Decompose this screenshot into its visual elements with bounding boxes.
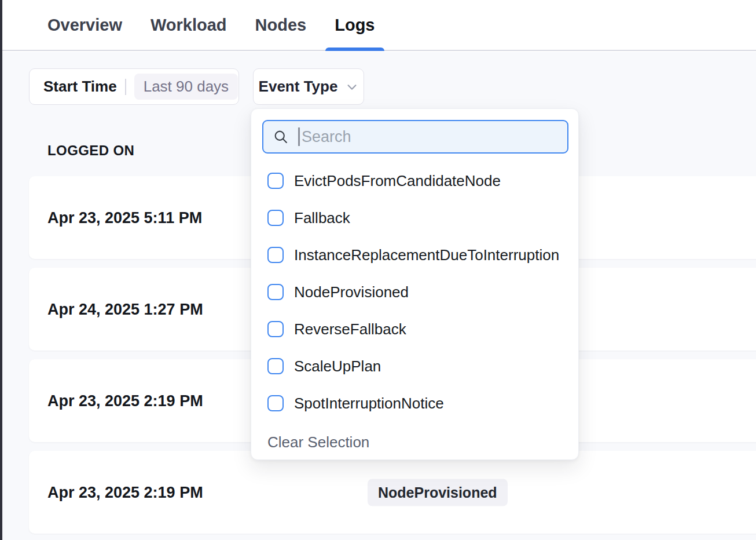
app-root: Overview Workload Nodes Logs Start Time … bbox=[0, 0, 756, 540]
window-left-edge bbox=[0, 0, 2, 540]
option-fallback[interactable]: Fallback bbox=[267, 199, 567, 236]
start-time-filter-button[interactable]: Start Time Last 90 days bbox=[29, 68, 239, 105]
tab-overview-label: Overview bbox=[47, 16, 122, 35]
event-type-option-list: EvictPodsFromCandidateNode Fallback Inst… bbox=[262, 162, 567, 422]
start-time-filter-label: Start Time bbox=[43, 78, 117, 96]
tab-overview[interactable]: Overview bbox=[38, 0, 131, 50]
option-nodeprovisioned[interactable]: NodeProvisioned bbox=[267, 273, 567, 311]
option-reversefallback[interactable]: ReverseFallback bbox=[267, 311, 567, 348]
logged-on-value: Apr 23, 2025 2:19 PM bbox=[47, 483, 203, 501]
logged-on-value: Apr 24, 2025 1:27 PM bbox=[47, 300, 203, 318]
filter-bar: Start Time Last 90 days Event Type bbox=[29, 68, 364, 105]
event-type-filter-label: Event Type bbox=[259, 78, 338, 96]
tab-workload-label: Workload bbox=[151, 16, 227, 35]
tab-nodes-label: Nodes bbox=[255, 16, 307, 35]
option-label: Fallback bbox=[294, 209, 350, 227]
checkbox-icon[interactable] bbox=[267, 173, 284, 189]
log-row: Apr 23, 2025 2:19 PM NodeProvisioned bbox=[29, 451, 756, 534]
option-label: SpotInterruptionNotice bbox=[294, 395, 444, 413]
option-label: ScaleUpPlan bbox=[294, 357, 381, 375]
logged-on-value: Apr 23, 2025 5:11 PM bbox=[47, 209, 202, 227]
option-label: NodeProvisioned bbox=[294, 283, 409, 301]
filter-divider bbox=[125, 79, 126, 95]
search-icon bbox=[273, 129, 289, 145]
checkbox-icon[interactable] bbox=[267, 210, 284, 226]
checkbox-icon[interactable] bbox=[267, 358, 284, 374]
checkbox-icon[interactable] bbox=[267, 284, 284, 300]
option-scaleupplan[interactable]: ScaleUpPlan bbox=[267, 348, 567, 385]
start-time-filter-value: Last 90 days bbox=[134, 74, 238, 100]
tab-logs-label: Logs bbox=[335, 16, 375, 35]
checkbox-icon[interactable] bbox=[267, 247, 284, 263]
top-tab-bar: Overview Workload Nodes Logs bbox=[2, 0, 756, 51]
tab-workload[interactable]: Workload bbox=[141, 0, 236, 50]
column-header-logged-on: LOGGED ON bbox=[47, 143, 134, 159]
checkbox-icon[interactable] bbox=[267, 321, 284, 337]
option-label: EvictPodsFromCandidateNode bbox=[294, 172, 501, 190]
chevron-down-icon bbox=[346, 81, 358, 93]
dropdown-search-field[interactable] bbox=[262, 120, 568, 154]
clear-selection-button[interactable]: Clear Selection bbox=[262, 433, 369, 451]
option-label: InstanceReplacementDueToInterruption bbox=[294, 246, 559, 264]
tab-nodes[interactable]: Nodes bbox=[246, 0, 316, 50]
option-evictpodsfromcandidatenode[interactable]: EvictPodsFromCandidateNode bbox=[267, 162, 567, 199]
logged-on-value: Apr 23, 2025 2:19 PM bbox=[47, 392, 203, 410]
checkbox-icon[interactable] bbox=[267, 395, 284, 411]
active-tab-indicator bbox=[325, 48, 384, 51]
dropdown-search-input[interactable] bbox=[300, 128, 558, 146]
option-spotinterruptionnotice[interactable]: SpotInterruptionNotice bbox=[267, 385, 567, 422]
event-type-filter-button[interactable]: Event Type bbox=[253, 68, 364, 105]
event-type-dropdown-panel: EvictPodsFromCandidateNode Fallback Inst… bbox=[251, 108, 579, 460]
event-type-badge: NodeProvisioned bbox=[368, 479, 508, 506]
option-label: ReverseFallback bbox=[294, 320, 406, 338]
tab-logs[interactable]: Logs bbox=[325, 0, 384, 50]
option-instancereplacementduetointerruption[interactable]: InstanceReplacementDueToInterruption bbox=[267, 236, 567, 273]
